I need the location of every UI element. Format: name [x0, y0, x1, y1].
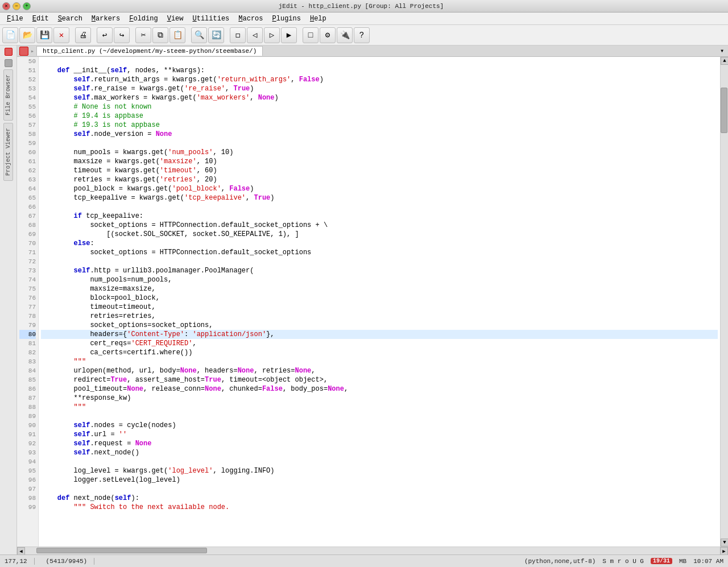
code-line-54[interactable]: self.max_workers = kwargs.get('max_worke… — [41, 93, 718, 102]
code-line-88[interactable]: """ — [41, 403, 718, 412]
copy-button[interactable]: ⧉ — [152, 27, 168, 43]
scroll-down-arrow[interactable]: ▼ — [721, 539, 728, 547]
code-line-64[interactable]: pool_block = kwargs.get('pool_block', Fa… — [41, 184, 718, 193]
close-button[interactable]: ✕ — [2, 2, 10, 10]
menu-item-markers[interactable]: Markers — [87, 14, 125, 24]
code-line-74[interactable]: num_pools=num_pools, — [41, 275, 718, 284]
new-file-button[interactable]: 📄 — [2, 27, 18, 43]
code-line-60[interactable]: num_pools = kwargs.get('num_pools', 10) — [41, 148, 718, 157]
code-line-87[interactable]: **response_kw) — [41, 394, 718, 403]
expand-button[interactable]: ◻ — [230, 27, 246, 43]
tab-scroll-button[interactable]: ▾ — [720, 47, 728, 55]
scroll-right-arrow[interactable]: ▶ — [720, 547, 728, 554]
save-file-button[interactable]: 💾 — [36, 27, 52, 43]
file-tab-http-client[interactable]: http_client.py (~/development/my-steem-p… — [36, 46, 263, 56]
horiz-scroll-track[interactable] — [25, 547, 720, 554]
code-line-73[interactable]: self.http = urllib3.poolmanager.PoolMana… — [41, 266, 718, 275]
code-line-59[interactable] — [41, 139, 718, 148]
code-line-65[interactable]: tcp_keepalive = kwargs.get('tcp_keepaliv… — [41, 193, 718, 202]
scroll-up-arrow[interactable]: ▲ — [721, 57, 728, 65]
code-line-67[interactable]: if tcp_keepalive: — [41, 212, 718, 221]
code-line-79[interactable]: socket_options=socket_options, — [41, 321, 718, 330]
code-line-56[interactable]: # 19.4 is appbase — [41, 111, 718, 121]
scroll-thumb[interactable] — [721, 88, 727, 133]
code-line-91[interactable]: self.url = '' — [41, 430, 718, 439]
window-controls[interactable]: ✕ − + — [2, 2, 31, 10]
code-line-90[interactable]: self.nodes = cycle(nodes) — [41, 421, 718, 430]
code-line-94[interactable] — [41, 457, 718, 466]
find-button[interactable]: 🔍 — [191, 27, 207, 43]
code-line-93[interactable]: self.next_node() — [41, 448, 718, 457]
code-line-71[interactable]: socket_options = HTTPConnection.default_… — [41, 248, 718, 257]
open-file-button[interactable]: 📂 — [19, 27, 35, 43]
code-line-76[interactable]: block=pool_block, — [41, 293, 718, 303]
code-line-68[interactable]: socket_options = HTTPConnection.default_… — [41, 221, 718, 230]
menu-item-help[interactable]: Help — [305, 14, 331, 24]
code-line-89[interactable] — [41, 412, 718, 421]
code-line-66[interactable] — [41, 202, 718, 212]
menu-item-utilities[interactable]: Utilities — [188, 14, 234, 24]
tab-arrow[interactable]: ▸ — [31, 48, 34, 55]
code-line-55[interactable]: # None is not known — [41, 102, 718, 111]
code-line-99[interactable]: """ Switch to the next available node. — [41, 503, 718, 512]
code-line-83[interactable]: """ — [41, 357, 718, 366]
code-line-50[interactable] — [41, 57, 718, 66]
code-line-58[interactable]: self.node_version = None — [41, 130, 718, 139]
horiz-scroll-thumb[interactable] — [36, 548, 207, 553]
code-line-96[interactable]: logger.setLevel(log_level) — [41, 475, 718, 485]
code-line-61[interactable]: maxsize = kwargs.get('maxsize', 10) — [41, 157, 718, 166]
code-line-52[interactable]: self.return_with_args = kwargs.get('retu… — [41, 75, 718, 84]
menu-item-plugins[interactable]: Plugins — [268, 14, 305, 24]
code-line-81[interactable]: cert_reqs='CERT_REQUIRED', — [41, 339, 718, 348]
close-tab-icon[interactable] — [19, 47, 28, 56]
code-line-70[interactable]: else: — [41, 239, 718, 248]
code-line-84[interactable]: urlopen(method, url, body=None, headers=… — [41, 366, 718, 375]
shrink-left-button[interactable]: ◁ — [247, 27, 263, 43]
menu-item-file[interactable]: File — [2, 14, 28, 24]
code-line-63[interactable]: retries = kwargs.get('retries', 20) — [41, 175, 718, 184]
menu-item-view[interactable]: View — [163, 14, 188, 24]
code-line-86[interactable]: pool_timeout=None, release_conn=None, ch… — [41, 384, 718, 394]
redo-button[interactable]: ↪ — [114, 27, 130, 43]
code-line-77[interactable]: timeout=timeout, — [41, 303, 718, 312]
menu-item-edit[interactable]: Edit — [28, 14, 53, 24]
code-line-82[interactable]: ca_certs=certifi.where()) — [41, 348, 718, 357]
maximize-button[interactable]: + — [23, 2, 31, 10]
scroll-track[interactable] — [721, 65, 728, 539]
undo-button[interactable]: ↩ — [97, 27, 113, 43]
code-line-53[interactable]: self.re_raise = kwargs.get('re_raise', T… — [41, 84, 718, 93]
menu-item-macros[interactable]: Macros — [234, 14, 267, 24]
shrink-button[interactable]: □ — [303, 27, 318, 43]
menu-item-search[interactable]: Search — [53, 14, 87, 24]
menu-item-folding[interactable]: Folding — [125, 14, 162, 24]
code-line-51[interactable]: def __init__(self, nodes, **kwargs): — [41, 66, 718, 75]
paste-button[interactable]: 📋 — [169, 27, 185, 43]
code-line-92[interactable]: self.request = None — [41, 439, 718, 448]
plugin-button[interactable]: 🔌 — [337, 27, 353, 43]
code-line-69[interactable]: [(socket.SOL_SOCKET, socket.SO_KEEPALIVE… — [41, 230, 718, 239]
toggle-panel-button[interactable] — [5, 59, 13, 67]
vertical-scrollbar[interactable]: ▲ ▼ — [720, 57, 728, 547]
expand-right-button[interactable]: ▶ — [281, 27, 297, 43]
close-file-button[interactable]: ✕ — [53, 27, 69, 43]
file-browser-panel[interactable]: File Browser — [3, 69, 13, 121]
settings-button[interactable]: ⚙ — [320, 27, 336, 43]
print-button[interactable]: 🖨 — [75, 27, 91, 43]
code-line-97[interactable] — [41, 485, 718, 494]
code-line-72[interactable] — [41, 257, 718, 266]
code-line-78[interactable]: retries=retries, — [41, 312, 718, 321]
code-area[interactable]: def __init__(self, nodes, **kwargs): sel… — [39, 57, 720, 547]
minimize-button[interactable]: − — [13, 2, 20, 10]
code-line-85[interactable]: redirect=True, assert_same_host=True, ti… — [41, 375, 718, 384]
shrink-right-button[interactable]: ▷ — [264, 27, 280, 43]
code-line-98[interactable]: def next_node(self): — [41, 494, 718, 503]
cut-button[interactable]: ✂ — [135, 27, 151, 43]
close-panel-button[interactable] — [5, 48, 13, 56]
replace-button[interactable]: 🔄 — [208, 27, 224, 43]
code-line-80[interactable]: headers={'Content-Type': 'application/js… — [41, 330, 718, 339]
code-line-95[interactable]: log_level = kwargs.get('log_level', logg… — [41, 466, 718, 475]
scroll-left-arrow[interactable]: ◀ — [17, 547, 25, 554]
help-button[interactable]: ? — [354, 27, 370, 43]
horizontal-scrollbar[interactable]: ◀ ▶ — [17, 547, 728, 554]
code-line-62[interactable]: timeout = kwargs.get('timeout', 60) — [41, 166, 718, 175]
